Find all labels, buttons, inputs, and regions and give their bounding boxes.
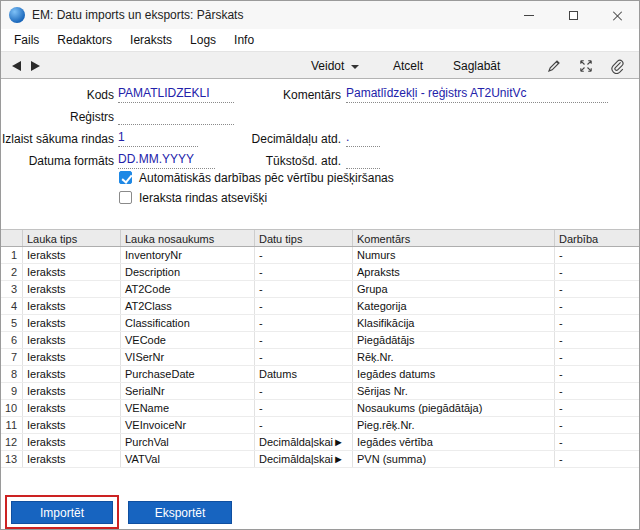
auto-actions-checkbox[interactable] [119, 171, 132, 184]
minimize-icon [524, 15, 534, 16]
menu-fails[interactable]: Fails [5, 30, 48, 50]
table-cell: Ieraksts [23, 281, 121, 297]
decimal-separator-field[interactable]: . [346, 130, 380, 147]
menu-info[interactable]: Info [225, 30, 263, 50]
table-cell: Iegādes datums [353, 366, 555, 382]
table-cell: Ieraksts [23, 247, 121, 263]
pen-icon[interactable] [546, 58, 562, 74]
table-cell: Ieraksts [23, 400, 121, 416]
table-cell: Ieraksts [23, 366, 121, 382]
table-cell: Ieraksts [23, 349, 121, 365]
table-cell: - [255, 315, 353, 331]
table-row[interactable]: 11IerakstsVEInvoiceNr-Pieg.rēķ.Nr.- [1, 417, 640, 434]
kods-field[interactable]: PAMATLIDZEKLI [118, 86, 234, 103]
registrs-field[interactable] [118, 108, 234, 125]
table-cell: - [555, 264, 640, 280]
row-number: 1 [1, 247, 23, 263]
export-button[interactable]: Eksportēt [128, 501, 232, 524]
komentars-field[interactable]: Pamatlīdzekļi - reģistrs AT2UnitVc [346, 86, 608, 103]
decimal-separator-label: Decimāldaļu atd. [241, 132, 341, 146]
import-button[interactable]: Importēt [11, 501, 113, 524]
maximize-icon [569, 11, 578, 20]
next-record-icon[interactable] [31, 61, 40, 71]
table-cell: Ieraksts [23, 434, 121, 450]
maximize-button[interactable] [551, 1, 595, 29]
table-cell: Iegādes vērtība [353, 434, 555, 450]
table-row[interactable]: 2IerakstsDescription-Apraksts- [1, 264, 640, 281]
table-row[interactable]: 9IerakstsSerialNr-Sērijas Nr.- [1, 383, 640, 400]
cancel-button[interactable]: Atcelt [393, 59, 423, 73]
table-cell: - [255, 417, 353, 433]
save-button[interactable]: Saglabāt [453, 59, 500, 73]
row-number: 6 [1, 332, 23, 348]
minimize-button[interactable] [507, 1, 551, 29]
table-cell: - [555, 247, 640, 263]
table-row[interactable]: 6IerakstsVECode-Piegādātājs- [1, 332, 640, 349]
table-cell: Ieraksts [23, 315, 121, 331]
table-row[interactable]: 5IerakstsClassification-Klasifikācija- [1, 315, 640, 332]
title-bar: EM: Datu imports un eksports: Pārskats [1, 1, 639, 29]
table-cell: Decimāldaļskai► [255, 451, 353, 467]
table-cell: - [555, 332, 640, 348]
row-number: 4 [1, 298, 23, 314]
row-number: 5 [1, 315, 23, 331]
table-cell: Piegādātājs [353, 332, 555, 348]
separate-rows-checkbox[interactable] [119, 191, 132, 204]
toolbar: Veidot Atcelt Saglabāt [1, 51, 639, 79]
auto-actions-checkbox-label: Automātiskās darbības pēc vērtību piešķi… [139, 171, 394, 185]
table-cell: - [255, 332, 353, 348]
izlaist-field[interactable]: 1 [118, 130, 198, 147]
table-row[interactable]: 1IerakstsInventoryNr-Numurs- [1, 247, 640, 264]
table-cell: Numurs [353, 247, 555, 263]
row-number: 7 [1, 349, 23, 365]
table-cell: - [255, 349, 353, 365]
chevron-down-icon [351, 65, 359, 69]
table-cell: SerialNr [121, 383, 255, 399]
table-row[interactable]: 8IerakstsPurchaseDateDatumsIegādes datum… [1, 366, 640, 383]
row-number: 12 [1, 434, 23, 450]
table-cell: VECode [121, 332, 255, 348]
tukstos-separator-label: Tūkstošd. atd. [241, 154, 341, 168]
table-row[interactable]: 12IerakstsPurchValDecimāldaļskai►Iegādes… [1, 434, 640, 451]
create-dropdown[interactable]: Veidot [311, 59, 359, 73]
expand-icon[interactable] [578, 58, 594, 74]
table-row[interactable]: 4IerakstsAT2Class-Kategorija- [1, 298, 640, 315]
create-dropdown-label: Veidot [311, 59, 344, 73]
column-header: Lauka nosaukums [121, 230, 255, 246]
previous-record-icon[interactable] [12, 61, 21, 71]
menu-ieraksts[interactable]: Ieraksts [121, 30, 181, 50]
table-row[interactable]: 13IerakstsVATValDecimāldaļskai►PVN (summ… [1, 451, 640, 468]
attachment-icon[interactable] [609, 58, 625, 74]
table-cell: Rēķ.Nr. [353, 349, 555, 365]
table-cell: PurchVal [121, 434, 255, 450]
table-cell: PurchaseDate [121, 366, 255, 382]
table-cell: VISerNr [121, 349, 255, 365]
datuma-field[interactable]: DD.MM.YYYY [118, 152, 215, 169]
close-button[interactable] [595, 1, 639, 29]
table-cell: - [555, 400, 640, 416]
table-row[interactable]: 10IerakstsVEName-Nosaukums (piegādātāja)… [1, 400, 640, 417]
table-cell: - [555, 366, 640, 382]
table-row[interactable]: 7IerakstsVISerNr-Rēķ.Nr.- [1, 349, 640, 366]
field-table-body: 1IerakstsInventoryNr-Numurs-2IerakstsDes… [1, 247, 640, 468]
kods-label: Kods [1, 88, 114, 102]
menu-redaktors[interactable]: Redaktors [48, 30, 121, 50]
menu-logs[interactable]: Logs [181, 30, 225, 50]
table-cell: Decimāldaļskai► [255, 434, 353, 450]
table-row[interactable]: 3IerakstsAT2Code-Grupa- [1, 281, 640, 298]
column-header: Komentārs [353, 230, 555, 246]
row-number: 3 [1, 281, 23, 297]
table-cell: - [555, 315, 640, 331]
table-cell: - [255, 264, 353, 280]
table-cell: Ieraksts [23, 332, 121, 348]
table-cell: Klasifikācija [353, 315, 555, 331]
app-icon [9, 7, 25, 23]
table-cell: Ieraksts [23, 298, 121, 314]
table-cell: Classification [121, 315, 255, 331]
table-cell: Kategorija [353, 298, 555, 314]
tukstos-separator-field[interactable] [346, 152, 380, 169]
row-number: 9 [1, 383, 23, 399]
table-cell: - [255, 400, 353, 416]
row-number: 2 [1, 264, 23, 280]
column-header: Datu tips [255, 230, 353, 246]
